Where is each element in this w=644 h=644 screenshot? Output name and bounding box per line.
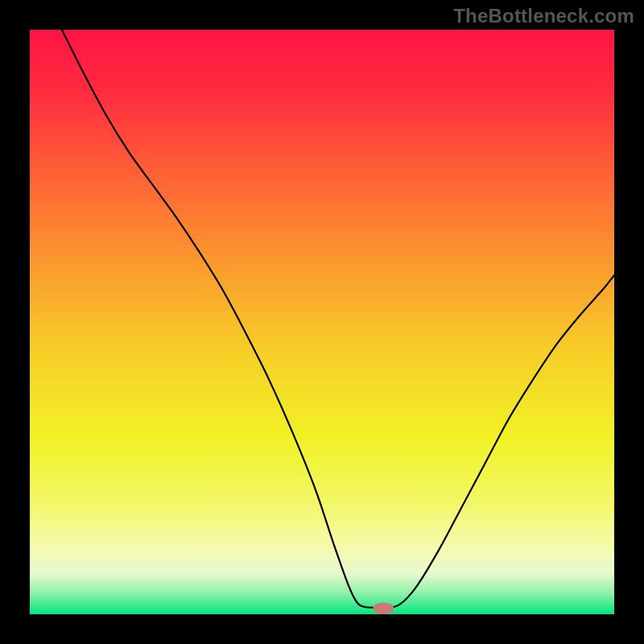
plot-area (30, 30, 614, 614)
watermark-text: TheBottleneck.com (453, 5, 634, 27)
optimal-marker (373, 602, 394, 614)
plot-svg (30, 30, 614, 614)
background-rect (30, 30, 614, 614)
chart-frame: TheBottleneck.com (0, 0, 644, 644)
